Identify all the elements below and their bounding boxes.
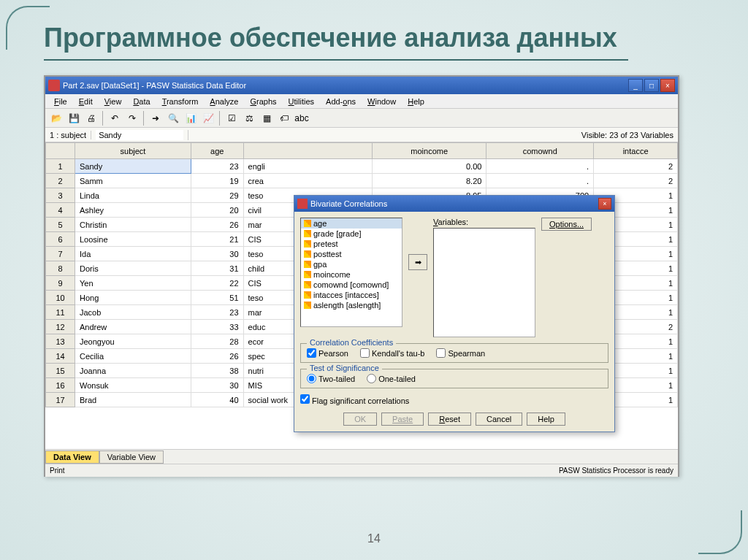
cell-value-input[interactable] <box>96 130 183 140</box>
list-item[interactable]: grade [grade] <box>301 229 402 239</box>
chart-icon[interactable]: 📈 <box>200 110 216 126</box>
cell[interactable]: 30 <box>191 378 243 393</box>
cell[interactable]: 23 <box>191 159 243 174</box>
abc-icon[interactable]: abc <box>294 110 310 126</box>
goto-icon[interactable]: ➜ <box>148 110 164 126</box>
cell[interactable]: Andrew <box>75 320 191 334</box>
list-item[interactable]: aslength [aslength] <box>301 300 402 310</box>
row-header[interactable]: 6 <box>46 232 75 247</box>
cell[interactable]: Jacob <box>75 305 191 320</box>
row-header[interactable]: 8 <box>46 261 75 276</box>
cell[interactable]: . <box>486 159 594 174</box>
vars-icon[interactable]: 📊 <box>183 110 199 126</box>
column-header[interactable] <box>243 143 372 159</box>
cell[interactable]: 20 <box>191 203 243 218</box>
menu-data[interactable]: Data <box>127 96 156 107</box>
cell[interactable]: Wonsuk <box>75 378 191 393</box>
cell[interactable]: Sandy <box>75 159 191 174</box>
cell[interactable]: Joanna <box>75 364 191 378</box>
dialog-close-icon[interactable]: × <box>598 198 611 210</box>
cell[interactable]: Linda <box>75 188 191 203</box>
list-item[interactable]: intacces [intacces] <box>301 290 402 300</box>
cell[interactable]: engli <box>243 159 372 174</box>
kendall-checkbox[interactable]: Kendall's tau-b <box>360 348 424 358</box>
move-right-button[interactable]: ➡ <box>408 254 427 270</box>
redo-icon[interactable]: ↷ <box>124 110 140 126</box>
cell[interactable]: Brad <box>75 393 191 407</box>
paste-button[interactable]: Paste <box>381 413 424 426</box>
cell[interactable]: 2 <box>594 159 678 174</box>
cell[interactable]: 21 <box>191 232 243 247</box>
target-variable-list[interactable] <box>433 228 535 337</box>
source-variable-list[interactable]: agegrade [grade]pretestposttestgpamoinco… <box>300 218 402 327</box>
cell[interactable]: Loosine <box>75 232 191 247</box>
row-header[interactable]: 11 <box>46 305 75 320</box>
tab-data-view[interactable]: Data View <box>45 450 99 464</box>
cell[interactable]: 40 <box>191 393 243 407</box>
row-header[interactable]: 15 <box>46 364 75 378</box>
save-icon[interactable]: 💾 <box>66 110 82 126</box>
row-header[interactable]: 9 <box>46 276 75 291</box>
cell[interactable]: 30 <box>191 247 243 261</box>
titlebar[interactable]: Part 2.sav [DataSet1] - PASW Statistics … <box>45 77 678 94</box>
cell[interactable]: Yen <box>75 276 191 291</box>
row-header[interactable]: 4 <box>46 203 75 218</box>
menu-analyze[interactable]: Analyze <box>204 96 244 107</box>
split-icon[interactable]: ▦ <box>259 110 275 126</box>
row-header[interactable]: 14 <box>46 349 75 364</box>
ok-button[interactable]: OK <box>343 413 377 426</box>
column-header[interactable]: subject <box>75 143 191 159</box>
cell[interactable]: Doris <box>75 261 191 276</box>
cell[interactable]: 51 <box>191 291 243 305</box>
row-header[interactable]: 1 <box>46 159 75 174</box>
menu-window[interactable]: Window <box>362 96 402 107</box>
find-icon[interactable]: 🔍 <box>165 110 181 126</box>
value-labels-icon[interactable]: 🏷 <box>276 110 292 126</box>
cell[interactable]: Hong <box>75 291 191 305</box>
reset-button[interactable]: Reset <box>428 413 471 426</box>
cell[interactable]: 33 <box>191 320 243 334</box>
row-header[interactable]: 13 <box>46 334 75 349</box>
print-icon[interactable]: 🖨 <box>83 110 99 126</box>
close-button[interactable]: × <box>660 79 675 92</box>
minimize-button[interactable]: _ <box>628 79 643 92</box>
options-button[interactable]: Options... <box>541 218 592 231</box>
cell[interactable]: Jeongyou <box>75 334 191 349</box>
weight-icon[interactable]: ⚖ <box>241 110 257 126</box>
help-button[interactable]: Help <box>527 413 565 426</box>
cell[interactable]: Samm <box>75 174 191 188</box>
row-header[interactable]: 5 <box>46 218 75 232</box>
cell[interactable]: 38 <box>191 364 243 378</box>
cell[interactable]: 2 <box>594 174 678 188</box>
cell[interactable]: 31 <box>191 261 243 276</box>
menu-graphs[interactable]: Graphs <box>244 96 282 107</box>
row-header[interactable]: 17 <box>46 393 75 407</box>
menu-utilities[interactable]: Utilities <box>283 96 320 107</box>
menu-edit[interactable]: Edit <box>73 96 99 107</box>
one-tailed-radio[interactable]: One-tailed <box>367 374 416 383</box>
row-header[interactable]: 12 <box>46 320 75 334</box>
list-item[interactable]: comownd [comownd] <box>301 280 402 290</box>
list-item[interactable]: moincome <box>301 269 402 280</box>
maximize-button[interactable]: □ <box>644 79 659 92</box>
column-header[interactable]: comownd <box>486 143 594 159</box>
menu-transform[interactable]: Transform <box>156 96 205 107</box>
row-header[interactable]: 2 <box>46 174 75 188</box>
cell[interactable]: 0.00 <box>372 159 486 174</box>
spearman-checkbox[interactable]: Spearman <box>436 348 485 358</box>
row-header[interactable]: 16 <box>46 378 75 393</box>
two-tailed-radio[interactable]: Two-tailed <box>307 374 355 383</box>
cancel-button[interactable]: Cancel <box>476 413 522 426</box>
flag-checkbox[interactable]: Flag significant correlations <box>300 396 409 405</box>
dialog-titlebar[interactable]: Bivariate Correlations × <box>294 196 614 212</box>
cell[interactable]: Ashley <box>75 203 191 218</box>
menu-view[interactable]: View <box>99 96 128 107</box>
list-item[interactable]: age <box>301 218 402 229</box>
column-header[interactable]: intacce <box>594 143 678 159</box>
row-header[interactable]: 10 <box>46 291 75 305</box>
cell[interactable]: crea <box>243 174 372 188</box>
cell[interactable]: Cecilia <box>75 349 191 364</box>
cell[interactable]: 28 <box>191 334 243 349</box>
cell[interactable]: . <box>486 174 594 188</box>
cell[interactable]: Ida <box>75 247 191 261</box>
